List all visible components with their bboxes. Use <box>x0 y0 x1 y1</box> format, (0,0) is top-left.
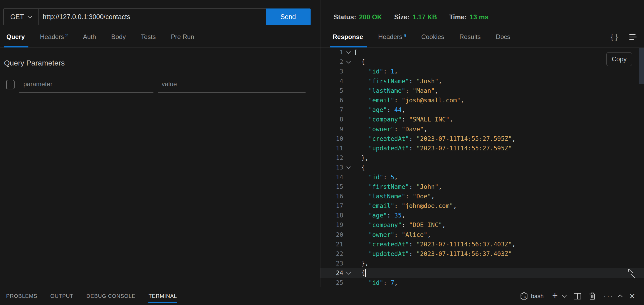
launch-profile-chevron-icon[interactable] <box>563 295 566 297</box>
url-row: GET Send <box>3 8 311 25</box>
code-text: "owner": "Dave", <box>354 126 427 133</box>
size-label: Size: <box>394 13 410 21</box>
tab-headers[interactable]: Headers6 <box>378 27 406 47</box>
text-cursor <box>365 269 366 277</box>
code-line: 8 "company": "SMALL INC", <box>320 115 644 124</box>
parameter-input[interactable] <box>19 80 153 93</box>
scrollbar[interactable] <box>639 47 644 287</box>
tab-response[interactable]: Response <box>333 27 363 47</box>
more-actions-icon[interactable]: ··· <box>603 292 614 300</box>
parameter-row <box>6 80 306 93</box>
tab-results[interactable]: Results <box>460 27 481 47</box>
svg-text:$: $ <box>524 296 526 299</box>
code-line: 17 "email": "john@doe.com", <box>320 201 644 211</box>
response-editor[interactable]: 1[2 {3 "id": 1,4 "firstName": "Josh",5 "… <box>320 47 644 287</box>
tab-body[interactable]: Body <box>111 27 126 47</box>
copy-button[interactable]: Copy <box>606 52 632 66</box>
line-number: 14 <box>320 174 343 181</box>
param-checkbox[interactable] <box>6 80 15 89</box>
tab-label: Body <box>111 33 126 41</box>
kill-terminal-icon[interactable] <box>589 292 596 300</box>
query-parameters-title: Query Parameters <box>4 59 65 67</box>
fold-slot <box>343 272 354 274</box>
line-number: 12 <box>320 154 343 161</box>
tab-label: Cookies <box>421 33 444 41</box>
code-line: 3 "id": 1, <box>320 67 644 76</box>
tab-auth[interactable]: Auth <box>83 27 96 47</box>
code-text: "id": 7, <box>354 279 398 286</box>
panel-tab-output[interactable]: OUTPUT <box>50 287 74 305</box>
code-text: "company": "SMALL INC", <box>354 116 453 123</box>
tab-label: Pre Run <box>171 33 194 41</box>
code-text: "id": 1, <box>354 68 398 75</box>
code-text: "company": "DOE INC", <box>354 221 446 228</box>
tab-docs[interactable]: Docs <box>496 27 510 47</box>
code-line: 25 "id": 7, <box>320 278 644 287</box>
line-number: 22 <box>320 250 343 257</box>
code-line: 11 "updatedAt": "2023-07-11T14:55:27.595… <box>320 143 644 153</box>
tab-label: Headers <box>378 33 402 41</box>
request-tabs: QueryHeaders2AuthBodyTestsPre Run <box>0 27 194 47</box>
size-value: 1.17 KB <box>413 13 437 21</box>
line-number: 7 <box>320 106 343 113</box>
maximize-panel-icon[interactable] <box>619 294 622 299</box>
format-lines-icon[interactable] <box>629 34 637 40</box>
panel-tab-debug-console[interactable]: DEBUG CONSOLE <box>87 287 136 305</box>
tab-count-badge: 2 <box>65 33 68 38</box>
braces-icon[interactable]: { } <box>611 33 618 41</box>
panel-tab-problems[interactable]: PROBLEMS <box>6 287 37 305</box>
code-line: 19 "company": "DOE INC", <box>320 220 644 230</box>
code-line: 2 { <box>320 57 644 67</box>
response-tabs-row: ResponseHeaders6CookiesResultsDocs { } <box>320 27 644 47</box>
tab-label: Docs <box>496 33 510 41</box>
fold-slot <box>343 167 354 168</box>
code-line: 5 "lastName": "Maan", <box>320 86 644 95</box>
code-line: 15 "firstName": "John", <box>320 182 644 191</box>
add-terminal-icon[interactable]: + <box>552 291 558 300</box>
tab-label: Headers <box>40 33 64 41</box>
line-number: 25 <box>320 279 343 286</box>
time-item: Time: 13 ms <box>449 13 488 21</box>
terminal-actions: $ bash + ··· × <box>520 291 635 301</box>
line-number: 21 <box>320 241 343 248</box>
method-selector[interactable]: GET <box>4 9 38 25</box>
code-line: 4 "firstName": "Josh", <box>320 76 644 86</box>
tab-query[interactable]: Query <box>6 27 25 47</box>
tab-cookies[interactable]: Cookies <box>421 27 444 47</box>
split-terminal-icon[interactable] <box>573 293 581 300</box>
code-line: 10 "createdAt": "2023-07-11T14:55:27.595… <box>320 134 644 143</box>
status-item: Status: 200 OK <box>334 13 382 21</box>
tab-pre-run[interactable]: Pre Run <box>171 27 194 47</box>
value-input[interactable] <box>158 80 306 93</box>
fold-chevron-icon[interactable] <box>346 49 351 54</box>
terminal-shell-entry[interactable]: $ bash <box>520 292 544 300</box>
line-number: 18 <box>320 212 343 219</box>
panel-tab-terminal[interactable]: TERMINAL <box>148 287 177 305</box>
code-text: { <box>354 269 366 277</box>
fold-slot <box>343 61 354 63</box>
code-line: 22 "updatedAt": "2023-07-11T14:56:37.403… <box>320 249 644 259</box>
status-value: 200 OK <box>359 13 382 21</box>
tab-tests[interactable]: Tests <box>141 27 156 47</box>
fold-chevron-icon[interactable] <box>346 164 351 169</box>
app-window: GET Send QueryHeaders2AuthBodyTestsPre R… <box>0 0 644 305</box>
url-input[interactable] <box>38 9 266 25</box>
fold-chevron-icon[interactable] <box>346 59 351 63</box>
code-text: "firstName": "John", <box>354 183 442 190</box>
fold-chevron-icon[interactable] <box>346 270 351 274</box>
send-button[interactable]: Send <box>266 8 311 25</box>
line-number: 10 <box>320 135 343 142</box>
line-number: 8 <box>320 116 343 123</box>
close-panel-icon[interactable]: × <box>629 291 635 301</box>
code-text: "lastName": "Doe", <box>354 193 435 200</box>
code-text: "id": 5, <box>354 174 398 181</box>
status-row: Status: 200 OK Size: 1.17 KB Time: 13 ms <box>334 13 488 21</box>
time-label: Time: <box>449 13 467 21</box>
code-text: "owner": "Alice", <box>354 231 431 238</box>
tab-label: DEBUG CONSOLE <box>87 293 136 299</box>
expand-response-icon[interactable] <box>626 268 638 279</box>
line-number: 11 <box>320 145 343 152</box>
scrollbar-thumb[interactable] <box>639 48 644 84</box>
tab-headers[interactable]: Headers2 <box>40 27 68 47</box>
code-line: 12 }, <box>320 153 644 163</box>
